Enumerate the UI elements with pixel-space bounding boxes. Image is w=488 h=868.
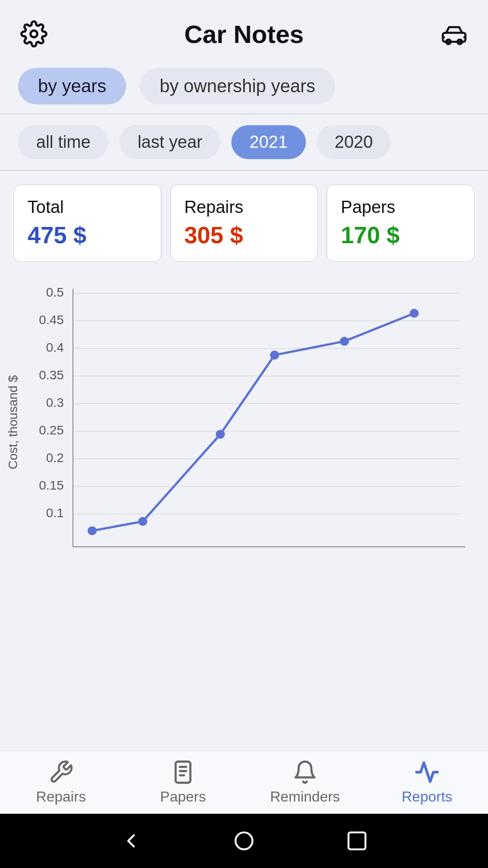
nav-label-papers: Papers <box>160 788 206 805</box>
cards-row: Total 475 $ Repairs 305 $ Papers 170 $ <box>0 171 488 275</box>
svg-rect-32 <box>348 832 366 849</box>
card-repairs: Repairs 305 $ <box>170 184 318 262</box>
card-papers-label: Papers <box>341 198 460 217</box>
nav-item-papers[interactable]: Papers <box>122 755 244 810</box>
filter-2020[interactable]: 2020 <box>317 125 391 159</box>
nav-label-reports: Reports <box>402 788 452 805</box>
nav-label-reminders: Reminders <box>270 788 340 805</box>
data-point-4 <box>270 351 279 360</box>
svg-point-31 <box>235 832 253 849</box>
line-chart: Cost, thousand $ 0.5 0.45 0.4 0.35 0.3 0… <box>5 284 479 560</box>
android-back[interactable] <box>120 830 142 852</box>
android-recents[interactable] <box>346 830 368 852</box>
bottom-nav: Repairs Papers Reminders Reports <box>0 750 488 814</box>
nav-item-repairs[interactable]: Repairs <box>0 755 122 810</box>
filter-by-ownership-years[interactable]: by ownership years <box>140 68 335 104</box>
data-point-5 <box>340 337 349 346</box>
nav-item-reminders[interactable]: Reminders <box>244 755 366 810</box>
filter-last-year[interactable]: last year <box>119 125 221 159</box>
page-title: Car Notes <box>50 19 438 49</box>
svg-text:0.15: 0.15 <box>39 478 64 492</box>
card-total: Total 475 $ <box>14 184 161 262</box>
chart-container: Cost, thousand $ 0.5 0.45 0.4 0.35 0.3 0… <box>0 275 488 565</box>
card-papers: Papers 170 $ <box>327 184 474 262</box>
svg-text:Cost, thousand $: Cost, thousand $ <box>6 375 20 469</box>
data-point-6 <box>410 309 419 318</box>
card-repairs-label: Repairs <box>184 198 304 217</box>
car-icon[interactable] <box>438 18 470 50</box>
svg-text:0.3: 0.3 <box>46 396 64 410</box>
svg-text:0.45: 0.45 <box>39 313 64 327</box>
android-nav-bar <box>0 814 488 868</box>
svg-text:0.35: 0.35 <box>39 368 64 382</box>
filter-row-1: by years by ownership years <box>0 59 488 113</box>
card-total-label: Total <box>28 198 147 217</box>
gear-icon[interactable] <box>18 18 50 50</box>
filter-all-time[interactable]: all time <box>18 125 108 159</box>
data-point-2 <box>138 517 147 526</box>
data-point-3 <box>216 430 225 439</box>
svg-text:0.1: 0.1 <box>46 506 64 520</box>
header: Car Notes <box>0 0 488 59</box>
svg-text:0.2: 0.2 <box>46 451 64 465</box>
filter-2021[interactable]: 2021 <box>231 125 306 159</box>
data-point-1 <box>88 526 97 535</box>
nav-item-reports[interactable]: Reports <box>366 755 488 810</box>
svg-point-0 <box>31 31 38 38</box>
svg-text:0.5: 0.5 <box>46 285 64 299</box>
card-repairs-value: 305 $ <box>184 222 304 249</box>
filter-row-2: all time last year 2021 2020 <box>0 114 488 170</box>
card-papers-value: 170 $ <box>341 222 460 249</box>
android-home[interactable] <box>233 830 255 852</box>
card-total-value: 475 $ <box>28 222 147 249</box>
svg-text:0.25: 0.25 <box>39 423 64 437</box>
nav-label-repairs: Repairs <box>36 788 86 805</box>
svg-text:0.4: 0.4 <box>46 340 64 354</box>
filter-by-years[interactable]: by years <box>18 68 126 104</box>
